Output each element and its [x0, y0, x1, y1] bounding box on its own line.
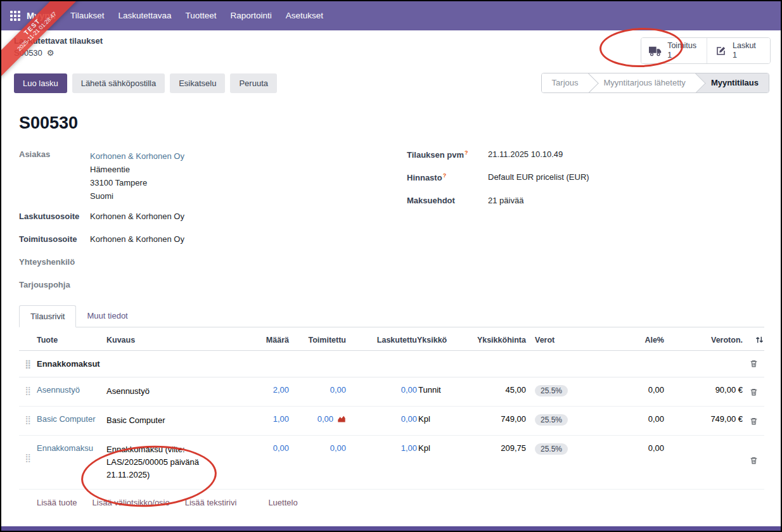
apps-grid-icon[interactable] [10, 11, 20, 21]
line-uom[interactable]: Tunnit [417, 385, 463, 395]
order-date-label: Tilauksen pvm? [407, 149, 488, 160]
delete-row-button[interactable] [750, 386, 758, 398]
bottom-bar [1, 526, 781, 531]
nav-item-raportointi[interactable]: Raportointi [224, 1, 279, 30]
tax-badge[interactable]: 25.5% [535, 414, 568, 426]
add-note-link[interactable]: Lisää tekstirivi [185, 498, 237, 507]
header-description: Kuvaus [106, 336, 241, 345]
truck-icon [649, 46, 662, 56]
page-title: S00530 [19, 113, 764, 133]
line-discount[interactable]: 0,00 [594, 414, 668, 424]
order-line-row: ⣿ Asennustyö Asennustyö 2,00 0,00 0,00 T… [19, 377, 764, 407]
customer-city: 33100 Tampere [90, 176, 184, 189]
control-panel: Laskutettavat tilaukset S00530 ⚙ Toimitu… [1, 30, 781, 68]
status-step-myyntitilaus[interactable]: Myyntitilaus [696, 73, 769, 92]
add-section-link[interactable]: Lisää väliotsikko/osio [93, 498, 170, 507]
line-delivered[interactable]: 0,00 [330, 443, 346, 453]
drag-handle-icon[interactable]: ⣿ [25, 452, 31, 463]
tax-badge[interactable]: 25.5% [535, 385, 568, 396]
catalog-link[interactable]: Luettelo [268, 498, 297, 507]
drag-handle-icon[interactable]: ⣿ [25, 414, 31, 425]
pricelist-label: Hinnasto? [407, 172, 488, 182]
nav-item-laskutettavaa[interactable]: Laskutettavaa [111, 1, 178, 30]
line-qty[interactable]: 2,00 [241, 385, 289, 395]
invoice-address-label: Laskutusosoite [19, 212, 90, 221]
header-unit-price: Yksikköhinta [463, 336, 526, 345]
invoices-smart-button[interactable]: Laskut 1 [707, 38, 770, 63]
line-description[interactable]: Ennakkomaksu (viite: LAS/2025/00005 päiv… [106, 443, 241, 481]
line-unit-price[interactable]: 749,00 [463, 414, 526, 424]
tab-other-info[interactable]: Muut tiedot [76, 305, 138, 327]
line-delivered[interactable]: 0,00 [330, 385, 346, 395]
line-invoiced[interactable]: 1,00 [346, 443, 417, 453]
smart-button-group: Toimitus 1 Laskut 1 [641, 37, 771, 64]
help-icon[interactable]: ? [465, 149, 468, 156]
line-delivered[interactable]: 0,00 [317, 414, 333, 424]
statusbar: Tarjous Myyntitarjous lähetetty Myyntiti… [541, 73, 769, 93]
toggle-columns-icon[interactable] [755, 335, 764, 345]
drag-handle-icon[interactable]: ⣿ [25, 358, 31, 369]
right-field-column: Tilauksen pvm? 21.11.2025 10.10.49 Hinna… [407, 149, 764, 303]
line-description[interactable]: Asennustyö [106, 385, 241, 398]
line-product[interactable]: Basic Computer [37, 414, 106, 424]
customer-label: Asiakas [19, 149, 90, 203]
tab-order-lines[interactable]: Tilausrivit [19, 305, 76, 327]
cancel-button[interactable]: Peruuta [230, 73, 277, 93]
section-name[interactable]: Ennakkomaksut [37, 359, 668, 369]
drag-handle-icon[interactable]: ⣿ [25, 385, 31, 396]
line-discount[interactable]: 0,00 [594, 385, 668, 395]
line-uom[interactable]: Kpl [417, 443, 463, 453]
order-lines-table: Tuote Kuvaus Määrä Toimitettu Laskutettu… [19, 327, 764, 517]
quote-template-label: Tarjouspohja [19, 280, 90, 289]
header-qty: Määrä [241, 336, 289, 345]
order-date-value[interactable]: 21.11.2025 10.10.49 [488, 149, 563, 160]
header-discount: Ale% [594, 336, 668, 345]
tax-badge[interactable]: 25.5% [535, 443, 568, 455]
help-icon[interactable]: ? [443, 172, 447, 179]
line-unit-price[interactable]: 45,00 [463, 385, 526, 395]
status-step-tarjous[interactable]: Tarjous [542, 73, 589, 92]
delete-row-button[interactable] [750, 455, 758, 467]
customer-country: Suomi [90, 189, 184, 203]
payment-terms-label: Maksuehdot [407, 196, 488, 205]
delivery-smart-button[interactable]: Toimitus 1 [641, 38, 707, 63]
action-bar: Luo lasku Lähetä sähköpostilla Esikatsel… [1, 68, 781, 101]
line-uom[interactable]: Kpl [417, 414, 463, 424]
invoices-smart-button-count: 1 [733, 51, 737, 60]
delivery-address-label: Toimitusosoite [19, 234, 90, 244]
top-navbar: Myynti Tilaukset Laskutettavaa Tuotteet … [1, 1, 781, 30]
line-invoiced[interactable]: 0,00 [346, 414, 417, 424]
pricelist-value[interactable]: Default EUR pricelist (EUR) [488, 172, 589, 182]
line-description[interactable]: Basic Computer [106, 414, 241, 427]
line-unit-price[interactable]: 209,75 [463, 443, 526, 453]
status-step-lahetetty[interactable]: Myyntitarjous lähetetty [589, 73, 696, 92]
payment-terms-value[interactable]: 21 päivää [488, 196, 523, 205]
line-qty[interactable]: 0,00 [241, 443, 289, 453]
line-discount[interactable]: 0,00 [594, 443, 668, 453]
line-qty[interactable]: 1,00 [241, 414, 289, 424]
notebook-tabs: Tilausrivit Muut tiedot [19, 305, 764, 327]
line-product[interactable]: Ennakkomaksu [37, 443, 106, 453]
delete-section-button[interactable] [750, 358, 758, 370]
forecast-icon[interactable] [337, 415, 346, 423]
delivery-address-value[interactable]: Korhonen & Korhonen Oy [90, 234, 184, 244]
create-invoice-button[interactable]: Luo lasku [14, 73, 67, 93]
line-invoiced[interactable]: 0,00 [346, 385, 417, 395]
send-email-button[interactable]: Lähetä sähköpostilla [72, 73, 165, 93]
customer-link[interactable]: Korhonen & Korhonen Oy [90, 149, 184, 163]
field-order-date: Tilauksen pvm? 21.11.2025 10.10.49 [407, 149, 764, 160]
contact-label: Yhteyshenkilö [19, 257, 90, 267]
invoice-address-value[interactable]: Korhonen & Korhonen Oy [90, 212, 184, 221]
gear-icon[interactable]: ⚙ [47, 49, 54, 57]
delete-row-button[interactable] [750, 415, 758, 428]
nav-item-tuotteet[interactable]: Tuotteet [179, 1, 224, 30]
nav-item-asetukset[interactable]: Asetukset [279, 1, 330, 30]
line-product[interactable]: Asennustyö [37, 385, 106, 395]
table-header-row: Tuote Kuvaus Määrä Toimitettu Laskutettu… [19, 327, 764, 351]
add-product-link[interactable]: Lisää tuote [37, 498, 77, 507]
order-line-row: ⣿ Ennakkomaksu Ennakkomaksu (viite: LAS/… [19, 436, 764, 490]
header-taxes: Verot [526, 336, 594, 345]
preview-button[interactable]: Esikatselu [170, 73, 225, 93]
header-uom: Yksikkö [417, 336, 463, 345]
app-window: Myynti Tilaukset Laskutettavaa Tuotteet … [0, 0, 782, 532]
